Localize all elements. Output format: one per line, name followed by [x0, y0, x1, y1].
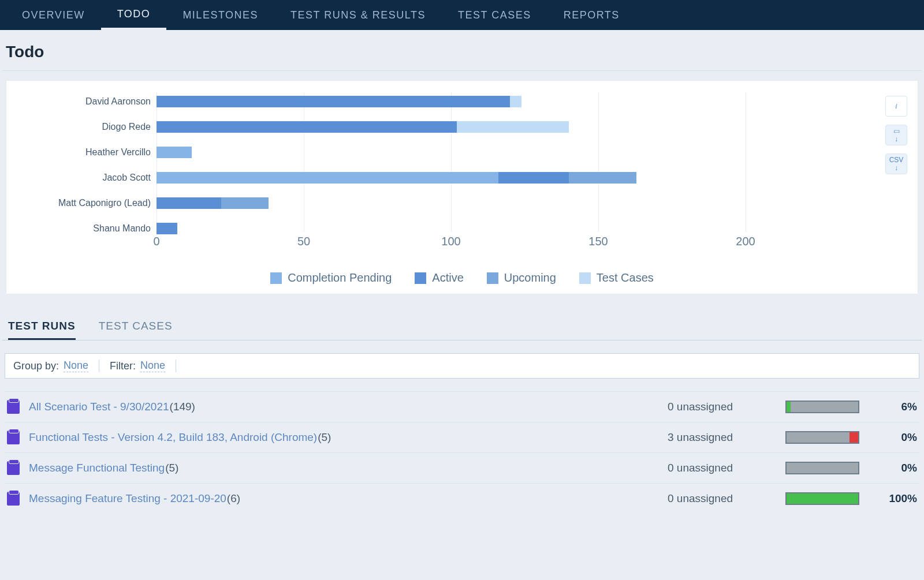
chart-category-label: Jacob Scott: [18, 172, 157, 184]
run-progress-bar: [785, 462, 859, 474]
subtab-test-cases[interactable]: TEST CASES: [99, 320, 173, 340]
csv-icon: CSV: [889, 156, 904, 164]
filter-value[interactable]: None: [140, 360, 165, 372]
chart-bar-segment: [221, 197, 269, 209]
chart-x-tick: 0: [153, 235, 159, 248]
subtab-test-runs[interactable]: TEST RUNS: [8, 320, 76, 340]
run-progress-bar: [785, 401, 859, 413]
group-by-label: Group by:: [13, 360, 59, 372]
chart-bar-row: [157, 172, 636, 184]
clipboard-icon: [7, 492, 20, 506]
chart-download-image-button[interactable]: ▭ ↓: [885, 125, 907, 145]
chart-bar-segment: [157, 96, 510, 107]
chart-bar-segment: [157, 147, 192, 158]
run-progress-bar: [785, 492, 859, 505]
legend-item: Active: [415, 271, 463, 285]
chart-x-tick: 150: [588, 235, 608, 248]
chart-category-label: Diogo Rede: [18, 121, 157, 133]
legend-item: Test Cases: [579, 271, 654, 285]
chart-bar-segment: [569, 172, 636, 184]
nav-tab-milestones[interactable]: MILESTONES: [166, 0, 274, 30]
page-title: Todo: [0, 30, 924, 70]
chart-bar-segment: [498, 172, 569, 184]
run-name-link[interactable]: All Scenario Test - 9/30/2021: [29, 401, 169, 413]
chart-plot: 050100150200: [157, 92, 746, 248]
run-percent: 6%: [880, 401, 917, 413]
chart-category-label: Matt Caponigro (Lead): [18, 197, 157, 209]
download-arrow-icon: ↓: [895, 164, 898, 172]
legend-label: Test Cases: [597, 271, 654, 285]
legend-swatch-icon: [579, 272, 591, 284]
chart-body: David Aaronson Diogo Rede Heather Vercil…: [18, 92, 746, 248]
run-row: Messaging Feature Testing - 2021-09-20 (…: [5, 483, 919, 514]
run-name-link[interactable]: Functional Tests - Version 4.2, Build 18…: [29, 431, 317, 444]
clipboard-icon: [7, 461, 20, 475]
run-unassigned: 0 unassigned: [668, 492, 772, 505]
chart-info-button[interactable]: i: [885, 96, 907, 117]
chart-bar-segment: [157, 172, 498, 184]
run-name-link[interactable]: Messaging Feature Testing - 2021-09-20: [29, 492, 226, 505]
top-nav: OVERVIEW TODO MILESTONES TEST RUNS & RES…: [0, 0, 924, 30]
chart-x-tick: 100: [441, 235, 460, 248]
legend-item: Completion Pending: [270, 271, 392, 285]
legend-item: Upcoming: [487, 271, 556, 285]
run-row: Functional Tests - Version 4.2, Build 18…: [5, 422, 919, 452]
run-name-link[interactable]: Message Functional Testing: [29, 462, 165, 474]
chart-gridline: [598, 92, 599, 232]
legend-label: Active: [432, 271, 463, 285]
chart-bar-row: [157, 147, 192, 158]
legend-swatch-icon: [415, 272, 426, 284]
run-row: All Scenario Test - 9/30/2021 (149)0 una…: [5, 391, 919, 422]
chart-bar-row: [157, 96, 521, 107]
progress-pass: [787, 402, 791, 412]
run-percent: 0%: [880, 462, 917, 474]
chart-gridline: [304, 92, 304, 232]
chart-actions: i ▭ ↓ CSV ↓: [885, 96, 907, 174]
filter-label: Filter:: [110, 360, 136, 372]
clipboard-icon: [7, 431, 20, 444]
nav-tab-reports[interactable]: REPORTS: [547, 0, 636, 30]
chart-bar-segment: [157, 223, 177, 234]
legend-label: Completion Pending: [288, 271, 392, 285]
chart-gridline: [746, 92, 746, 232]
run-count: (5): [165, 462, 178, 474]
run-progress-bar: [785, 431, 859, 444]
run-unassigned: 0 unassigned: [668, 462, 772, 474]
nav-tab-overview[interactable]: OVERVIEW: [6, 0, 101, 30]
run-count: (5): [318, 431, 331, 444]
sub-tabs: TEST RUNS TEST CASES: [2, 307, 922, 340]
chart-bar-segment: [457, 121, 569, 133]
chart-card: i ▭ ↓ CSV ↓ David Aaronson Diogo Rede He…: [6, 80, 918, 294]
chart-gridline: [157, 92, 157, 232]
info-icon: i: [895, 102, 897, 111]
chart-y-labels: David Aaronson Diogo Rede Heather Vercil…: [18, 92, 157, 248]
chart-category-label: David Aaronson: [18, 96, 157, 107]
chart-category-label: Shanu Mando: [18, 223, 157, 234]
nav-tab-todo[interactable]: TODO: [101, 0, 167, 30]
run-unassigned: 3 unassigned: [668, 431, 772, 444]
legend-label: Upcoming: [504, 271, 556, 285]
group-by-value[interactable]: None: [64, 360, 88, 372]
divider: [99, 360, 99, 372]
run-count: (6): [227, 492, 240, 505]
chart-bar-segment: [157, 121, 457, 133]
download-arrow-icon: ↓: [895, 135, 898, 143]
chart-bar-row: [157, 197, 269, 209]
progress-fail: [850, 432, 858, 443]
run-percent: 0%: [880, 431, 917, 444]
chart-legend: Completion Pending Active Upcoming Test …: [18, 271, 906, 285]
nav-tab-test-runs[interactable]: TEST RUNS & RESULTS: [274, 0, 442, 30]
image-icon: ▭: [893, 127, 900, 135]
nav-tab-test-cases[interactable]: TEST CASES: [442, 0, 547, 30]
divider: [176, 360, 176, 372]
divider: [2, 70, 922, 71]
run-row: Message Functional Testing (5)0 unassign…: [5, 452, 919, 483]
run-unassigned: 0 unassigned: [668, 401, 772, 413]
chart-download-csv-button[interactable]: CSV ↓: [885, 154, 907, 174]
legend-swatch-icon: [487, 272, 498, 284]
legend-swatch-icon: [270, 272, 282, 284]
run-list: All Scenario Test - 9/30/2021 (149)0 una…: [5, 391, 919, 514]
chart-x-tick: 200: [736, 235, 755, 248]
run-percent: 100%: [880, 492, 917, 505]
chart-bar-segment: [157, 197, 221, 209]
